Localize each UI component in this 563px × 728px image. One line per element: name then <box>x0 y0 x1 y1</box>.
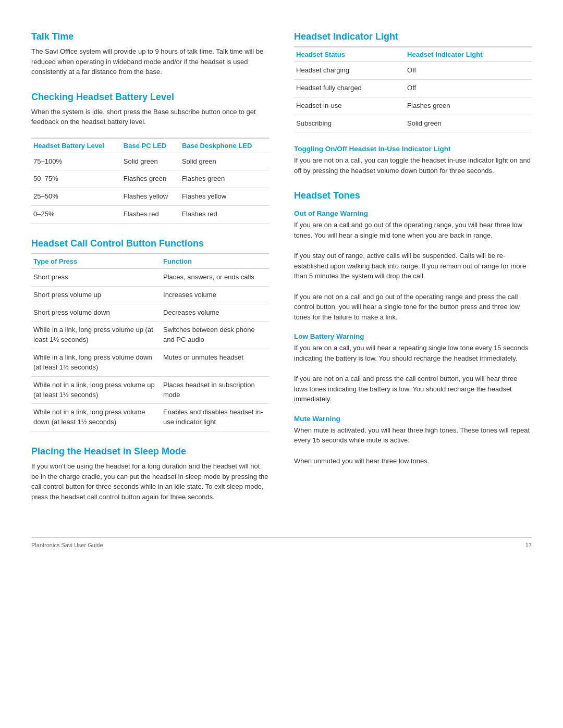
checking-battery-title: Checking Headset Battery Level <box>31 92 269 103</box>
talk-time-body: The Savi Office system will provide up t… <box>31 46 269 77</box>
mute-warning-subtitle: Mute Warning <box>294 415 532 423</box>
function-col: Function <box>161 254 269 269</box>
status-col: Headset Status <box>294 47 405 62</box>
call-control-header-row: Type of Press Function <box>31 254 269 269</box>
table-row: SubscribingSolid green <box>294 115 532 132</box>
mute-warning-body1: When mute is activated, you will hear th… <box>294 425 532 446</box>
sleep-mode-section: Placing the Headset in Sleep Mode If you… <box>31 446 269 502</box>
table-row: 25–50%Flashes yellowFlashes yellow <box>31 188 269 206</box>
low-battery-body1: If you are on a call, you will hear a re… <box>294 343 532 363</box>
indicator-header-row: Headset Status Headset Indicator Light <box>294 47 532 62</box>
checking-battery-section: Checking Headset Battery Level When the … <box>31 92 269 224</box>
sleep-mode-body: If you won't be using the headset for a … <box>31 461 269 502</box>
table-row: While in a link, long press volume up (a… <box>31 322 269 349</box>
battery-table-header-row: Headset Battery Level Base PC LED Base D… <box>31 138 269 153</box>
footer-left: Plantronics Savi User Guide <box>31 542 103 548</box>
table-row: While not in a link, long press volume u… <box>31 376 269 404</box>
table-row: 0–25%Flashes redFlashes red <box>31 206 269 224</box>
table-row: Headset fully chargedOff <box>294 79 532 97</box>
out-of-range-body2: If you stay out of range, active calls w… <box>294 251 532 281</box>
light-col: Headset Indicator Light <box>405 47 532 62</box>
low-battery-subtitle: Low Battery Warning <box>294 332 532 340</box>
toggling-subtitle: Toggling On/Off Headset In-Use Indicator… <box>294 145 532 153</box>
out-of-range-body1: If you are on a call and go out of the o… <box>294 220 532 240</box>
indicator-light-section: Headset Indicator Light Headset Status H… <box>294 31 532 176</box>
call-control-section: Headset Call Control Button Functions Ty… <box>31 238 269 431</box>
call-control-title: Headset Call Control Button Functions <box>31 238 269 249</box>
indicator-light-title: Headset Indicator Light <box>294 31 532 42</box>
checking-battery-body: When the system is idle, short press the… <box>31 107 269 127</box>
talk-time-section: Talk Time The Savi Office system will pr… <box>31 31 269 77</box>
mute-warning-body2: When unmuted you will hear three low ton… <box>294 456 532 466</box>
battery-col-3: Base Deskphone LED <box>180 138 269 153</box>
toggling-body: If you are not on a call, you can toggle… <box>294 155 532 176</box>
sleep-mode-title: Placing the Headset in Sleep Mode <box>31 446 269 457</box>
out-of-range-subtitle: Out of Range Warning <box>294 209 532 217</box>
headset-tones-section: Headset Tones Out of Range Warning If yo… <box>294 190 532 466</box>
left-column: Talk Time The Savi Office system will pr… <box>31 31 269 516</box>
battery-col-1: Headset Battery Level <box>31 138 121 153</box>
table-row: 75–100%Solid greenSolid green <box>31 153 269 170</box>
footer: Plantronics Savi User Guide 17 <box>31 537 532 548</box>
out-of-range-body3: If you are not on a call and go out of t… <box>294 292 532 323</box>
table-row: Short press volume downDecreases volume <box>31 304 269 322</box>
call-control-table: Type of Press Function Short pressPlaces… <box>31 253 269 431</box>
table-row: 50–75%Flashes greenFlashes green <box>31 170 269 188</box>
right-column: Headset Indicator Light Headset Status H… <box>294 31 532 516</box>
table-row: While not in a link, long press volume d… <box>31 404 269 431</box>
table-row: Headset in-useFlashes green <box>294 97 532 115</box>
low-battery-body2: If you are not on a call and press the c… <box>294 374 532 404</box>
headset-tones-title: Headset Tones <box>294 190 532 201</box>
battery-col-2: Base PC LED <box>121 138 180 153</box>
table-row: Headset chargingOff <box>294 62 532 80</box>
talk-time-title: Talk Time <box>31 31 269 42</box>
battery-table: Headset Battery Level Base PC LED Base D… <box>31 138 269 224</box>
indicator-light-table: Headset Status Headset Indicator Light H… <box>294 46 532 132</box>
table-row: Short pressPlaces, answers, or ends call… <box>31 268 269 286</box>
table-row: While in a link, long press volume down … <box>31 349 269 377</box>
press-col: Type of Press <box>31 254 161 269</box>
table-row: Short press volume upIncreases volume <box>31 286 269 304</box>
footer-right: 17 <box>525 542 532 548</box>
